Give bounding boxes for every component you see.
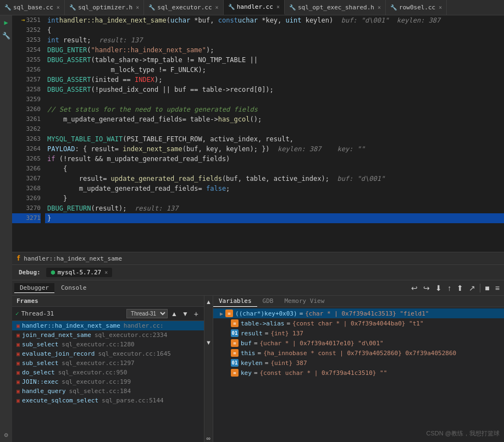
tab-row0sel[interactable]: 🔧row0sel.cc× — [386, 0, 447, 15]
code-line-3266: { — [45, 164, 504, 174]
var-type-icon-1: = — [231, 319, 239, 327]
code-line-3256: m_lock_type != F_UNLCK); — [45, 65, 504, 75]
tab-close-sql_opt_exec_shared[interactable]: × — [378, 4, 381, 10]
tab-memory-view[interactable]: Memory View — [279, 296, 330, 307]
vars-tab-bar: Variables GDB Memory View — [213, 296, 504, 307]
tab-bar: 🔧sql_base.cc×🔧sql_optimizer.h×🔧sql_execu… — [0, 0, 504, 15]
scroll-down-btn[interactable]: ▼ — [206, 339, 212, 346]
frame-item-6[interactable]: ▣JOIN::exec sql_executor.cc:199 — [12, 377, 204, 386]
code-line-3262 — [45, 124, 504, 134]
gutter-line-3255: 3255 — [12, 55, 41, 65]
var-item-2[interactable]: 01 result = {int} 137 — [213, 328, 504, 338]
var-val-3: {uchar * | 0x7f39a4017e10} "d\001" — [260, 340, 384, 347]
tab-sql_opt_exec_shared[interactable]: 🔧sql_opt_exec_shared.h× — [285, 0, 386, 15]
tab-sql_base[interactable]: 🔧sql_base.cc× — [0, 0, 65, 15]
frames-panel: Frames ✓ Thread-31 Thread-31 ▲ ▼ + ▣hand… — [12, 296, 204, 442]
frame-icon-0: ▣ — [16, 323, 20, 329]
frame-item-2[interactable]: ▣sub_select sql_executor.cc:1280 — [12, 340, 204, 349]
tab-variables[interactable]: Variables — [213, 296, 257, 307]
function-name: handler::ha_index_next_same — [24, 255, 122, 262]
gutter-line-3252: 3252 — [12, 25, 41, 35]
var-name-1: table->alias — [241, 320, 284, 327]
code-line-3263: MYSQL_TABLE_IO_WAIT(PSI_TABLE_FETCH_ROW,… — [45, 134, 504, 144]
debug-btn-stepover[interactable]: ↪ — [421, 283, 432, 293]
frame-item-4[interactable]: ▣sub_select sql_executor.cc:1297 — [12, 358, 204, 368]
gutter-line-3263: 3263 — [12, 134, 41, 144]
debug-btn-menu[interactable]: ≡ — [493, 283, 502, 293]
frames-add-btn[interactable]: + — [192, 310, 201, 318]
tab-close-sql_optimizer[interactable]: × — [136, 4, 139, 10]
var-type-icon-3: = — [231, 339, 239, 347]
gutter-line-3253: 3253 — [12, 35, 41, 45]
frame-item-3[interactable]: ▣evaluate_join_record sql_executor.cc:16… — [12, 349, 204, 358]
debug-session-tab[interactable]: ⬢ mysql-5.7.27 × — [46, 268, 113, 277]
frame-icon-5: ▣ — [16, 369, 20, 375]
thread-name: Thread-31 — [21, 310, 124, 317]
debug-session-close[interactable]: × — [104, 269, 108, 275]
sidebar-icon-debug[interactable]: ▶ — [1, 18, 11, 27]
file-icon: 🔧 — [228, 4, 235, 10]
tab-close-sql_executor[interactable]: × — [215, 4, 219, 10]
gutter-line-3268: 3268 — [12, 184, 41, 194]
tab-handler[interactable]: 🔧handler.cc× — [224, 0, 285, 15]
tab-sql_optimizer[interactable]: 🔧sql_optimizer.h× — [65, 0, 144, 15]
var-name-4: this — [241, 350, 256, 357]
debug-btn-runto[interactable]: ↗ — [467, 283, 478, 293]
var-item-0[interactable]: ▶ = ((char*)key+0x03) = {char * | 0x7f39… — [213, 308, 504, 318]
debug-session-icon: ⬢ — [51, 269, 56, 275]
gutter-line-3261: 3261 — [12, 114, 41, 124]
code-line-3265: if (!result && m_update_generated_read_f… — [45, 154, 504, 164]
thread-nav-down[interactable]: ▼ — [181, 310, 190, 318]
tab-sql_executor[interactable]: 🔧sql_executor.cc× — [144, 0, 223, 15]
frames-header: Frames — [12, 296, 204, 307]
sidebar-icon-tool[interactable]: 🔧 — [1, 31, 11, 41]
frame-item-8[interactable]: ▣execute_sqlcom_select sql_parse.cc:5144 — [12, 396, 204, 405]
gutter-line-3258: 3258 — [12, 85, 41, 95]
gutter-line-3254: 3254 — [12, 45, 41, 55]
var-eq-0: = — [300, 310, 303, 317]
tab-close-row0sel[interactable]: × — [439, 4, 442, 10]
var-item-5[interactable]: 01 keylen = {uint} 387 — [213, 358, 504, 368]
var-name-0: ((char*)key+0x03) — [235, 310, 297, 317]
var-item-4[interactable]: = this = {ha_innobase * const | 0x7f39a4… — [213, 348, 504, 358]
var-type-icon-2: 01 — [231, 329, 239, 337]
tab-close-handler[interactable]: × — [276, 4, 280, 10]
gutter-line-3270: 3270 — [12, 203, 41, 213]
tab-debugger[interactable]: Debugger — [14, 283, 54, 293]
debug-btn-stepout[interactable]: ↑ — [445, 283, 453, 293]
frame-item-1[interactable]: ▣join_read_next_same sql_executor.cc:233… — [12, 330, 204, 340]
watermark: CSDN @教练，我想打篮球 — [427, 429, 500, 438]
thread-nav-up[interactable]: ▲ — [170, 310, 179, 318]
var-eq-4: = — [258, 350, 262, 357]
var-expand-0[interactable]: ▶ — [220, 311, 223, 317]
code-line-3252: { — [45, 25, 504, 35]
frames-list: ▣handler::ha_index_next_same handler.cc:… — [12, 321, 204, 442]
debug-btn-restart[interactable]: ↩ — [409, 283, 420, 293]
thread-dropdown[interactable]: Thread-31 — [126, 309, 168, 318]
debug-btn-stepinto[interactable]: ⬇ — [433, 283, 444, 293]
left-sidebar: ▶ 🔧 ⚙ — [0, 15, 12, 442]
exec-arrow: → — [21, 16, 25, 24]
debug-session-name: mysql-5.7.27 — [58, 269, 101, 276]
var-item-3[interactable]: = buf = {uchar * | 0x7f39a4017e10} "d\00… — [213, 338, 504, 348]
frame-item-7[interactable]: ▣handle_query sql_select.cc:184 — [12, 386, 204, 396]
tab-console[interactable]: Console — [56, 283, 92, 292]
tab-close-sql_base[interactable]: × — [57, 4, 60, 10]
frame-item-5[interactable]: ▣do_select sql_executor.cc:950 — [12, 368, 204, 377]
tab-gdb[interactable]: GDB — [257, 296, 279, 307]
frame-item-0[interactable]: ▣handler::ha_index_next_same handler.cc: — [12, 321, 204, 330]
debug-tab-bar: Debug: ⬢ mysql-5.7.27 × — [12, 265, 504, 280]
frame-icon-1: ▣ — [16, 332, 20, 338]
gutter-line-3259: 3259 — [12, 95, 41, 104]
debug-btn-continue[interactable]: ⬆ — [455, 283, 466, 293]
app-root: 🔧sql_base.cc×🔧sql_optimizer.h×🔧sql_execu… — [0, 0, 504, 442]
scroll-up-btn[interactable]: ▲ — [206, 298, 212, 306]
infinity-btn[interactable]: ∞ — [207, 434, 211, 442]
code-line-3267: result= update_generated_read_fields(buf… — [45, 174, 504, 184]
gutter-line-3267: 3267 — [12, 174, 41, 184]
file-icon: 🔧 — [4, 4, 11, 10]
sidebar-icon-settings[interactable]: ⚙ — [1, 430, 11, 440]
var-item-6[interactable]: = key = {const uchar * | 0x7f39a41c3510}… — [213, 368, 504, 378]
var-item-1[interactable]: = table->alias = {const char * | 0x7f39a… — [213, 318, 504, 328]
debug-btn-stop[interactable]: ■ — [483, 283, 491, 293]
